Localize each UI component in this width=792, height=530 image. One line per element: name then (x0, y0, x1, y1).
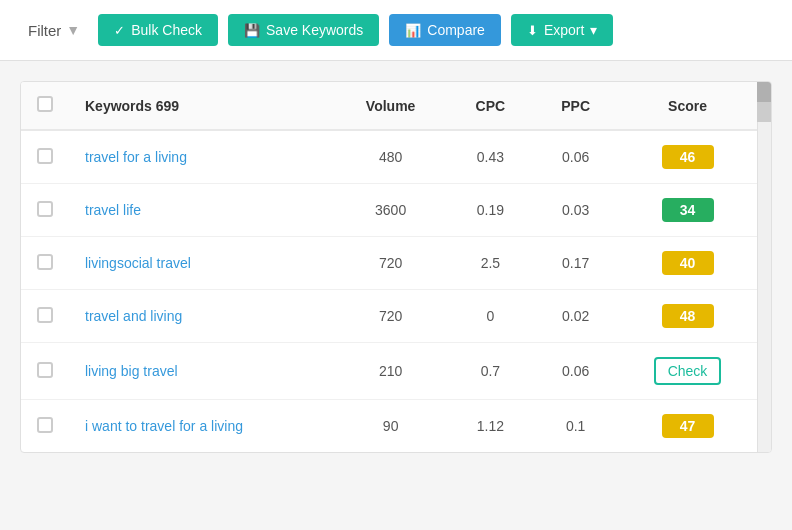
volume-cell: 720 (334, 290, 448, 343)
export-label: Export (544, 22, 584, 38)
dropdown-arrow-icon: ▾ (590, 22, 597, 38)
filter-button[interactable]: Filter ▼ (20, 16, 88, 45)
cpc-cell: 0 (447, 290, 533, 343)
cpc-cell: 2.5 (447, 237, 533, 290)
row-checkbox-cell (21, 184, 69, 237)
bulk-check-label: Bulk Check (131, 22, 202, 38)
cpc-header: CPC (447, 82, 533, 130)
header-checkbox-cell (21, 82, 69, 130)
download-icon: ⬇ (527, 23, 538, 38)
scrollbar-track[interactable] (757, 82, 771, 452)
volume-cell: 90 (334, 400, 448, 453)
table-row: travel for a living4800.430.0646 (21, 130, 757, 184)
keyword-link[interactable]: travel for a living (85, 149, 187, 165)
volume-cell: 210 (334, 343, 448, 400)
score-cell: 48 (618, 290, 757, 343)
compare-label: Compare (427, 22, 485, 38)
volume-cell: 3600 (334, 184, 448, 237)
keyword-link[interactable]: travel life (85, 202, 141, 218)
keyword-cell: living big travel (69, 343, 334, 400)
row-checkbox[interactable] (37, 148, 53, 164)
row-checkbox-cell (21, 290, 69, 343)
check-icon: ✓ (114, 23, 125, 38)
ppc-cell: 0.02 (533, 290, 618, 343)
cpc-cell: 1.12 (447, 400, 533, 453)
check-badge[interactable]: Check (654, 357, 722, 385)
row-checkbox[interactable] (37, 307, 53, 323)
save-keywords-label: Save Keywords (266, 22, 363, 38)
filter-label: Filter (28, 22, 61, 39)
keyword-link[interactable]: livingsocial travel (85, 255, 191, 271)
row-checkbox-cell (21, 343, 69, 400)
scrollbar-thumb-down[interactable] (757, 102, 771, 122)
table-header-row: Keywords 699 Volume CPC PPC Score (21, 82, 757, 130)
score-badge: 48 (662, 304, 714, 328)
save-icon: 💾 (244, 23, 260, 38)
score-badge: 34 (662, 198, 714, 222)
volume-cell: 720 (334, 237, 448, 290)
row-checkbox[interactable] (37, 417, 53, 433)
volume-cell: 480 (334, 130, 448, 184)
table-row: livingsocial travel7202.50.1740 (21, 237, 757, 290)
score-cell: 34 (618, 184, 757, 237)
row-checkbox-cell (21, 130, 69, 184)
cpc-cell: 0.7 (447, 343, 533, 400)
table-row: travel life36000.190.0334 (21, 184, 757, 237)
export-button[interactable]: ⬇ Export ▾ (511, 14, 613, 46)
table-row: travel and living72000.0248 (21, 290, 757, 343)
keyword-link[interactable]: i want to travel for a living (85, 418, 243, 434)
select-all-checkbox[interactable] (37, 96, 53, 112)
score-badge: 47 (662, 414, 714, 438)
keywords-header: Keywords 699 (69, 82, 334, 130)
volume-header: Volume (334, 82, 448, 130)
score-cell: 40 (618, 237, 757, 290)
row-checkbox-cell (21, 400, 69, 453)
row-checkbox[interactable] (37, 254, 53, 270)
keyword-cell: travel life (69, 184, 334, 237)
filter-icon: ▼ (66, 22, 80, 38)
keyword-cell: i want to travel for a living (69, 400, 334, 453)
table-row: i want to travel for a living901.120.147 (21, 400, 757, 453)
score-cell: 47 (618, 400, 757, 453)
ppc-cell: 0.06 (533, 343, 618, 400)
row-checkbox[interactable] (37, 201, 53, 217)
keywords-table: Keywords 699 Volume CPC PPC Score travel… (21, 82, 757, 452)
cpc-cell: 0.43 (447, 130, 533, 184)
toolbar: Filter ▼ ✓ Bulk Check 💾 Save Keywords 📊 … (0, 0, 792, 61)
compare-button[interactable]: 📊 Compare (389, 14, 501, 46)
bulk-check-button[interactable]: ✓ Bulk Check (98, 14, 218, 46)
ppc-cell: 0.17 (533, 237, 618, 290)
cpc-cell: 0.19 (447, 184, 533, 237)
scrollbar-thumb-up[interactable] (757, 82, 771, 102)
score-cell: Check (618, 343, 757, 400)
row-checkbox[interactable] (37, 362, 53, 378)
score-badge: 40 (662, 251, 714, 275)
keyword-cell: travel for a living (69, 130, 334, 184)
ppc-cell: 0.03 (533, 184, 618, 237)
keyword-cell: livingsocial travel (69, 237, 334, 290)
bar-chart-icon: 📊 (405, 23, 421, 38)
row-checkbox-cell (21, 237, 69, 290)
save-keywords-button[interactable]: 💾 Save Keywords (228, 14, 379, 46)
score-cell: 46 (618, 130, 757, 184)
scroll-area: Keywords 699 Volume CPC PPC Score travel… (21, 82, 771, 452)
table-row: living big travel2100.70.06Check (21, 343, 757, 400)
keyword-cell: travel and living (69, 290, 334, 343)
score-badge: 46 (662, 145, 714, 169)
ppc-header: PPC (533, 82, 618, 130)
ppc-cell: 0.1 (533, 400, 618, 453)
ppc-cell: 0.06 (533, 130, 618, 184)
score-header: Score (618, 82, 757, 130)
keywords-table-container: Keywords 699 Volume CPC PPC Score travel… (20, 81, 772, 453)
keyword-link[interactable]: living big travel (85, 363, 178, 379)
keyword-link[interactable]: travel and living (85, 308, 182, 324)
